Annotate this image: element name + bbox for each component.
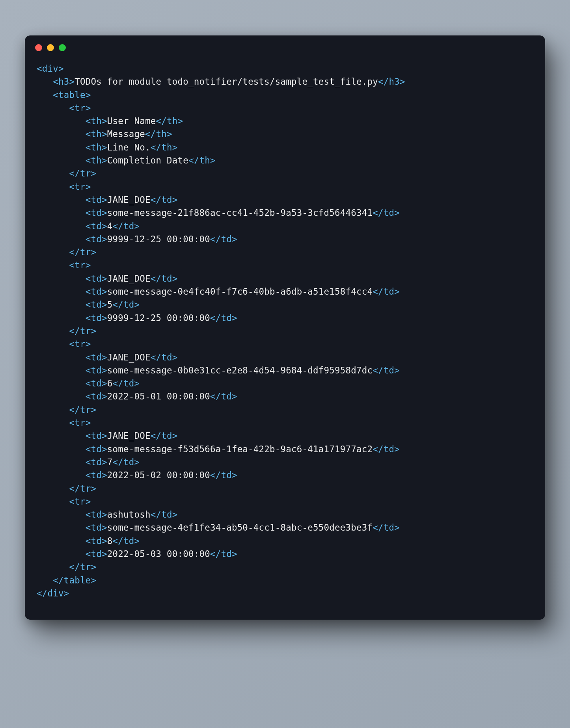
maximize-icon[interactable] xyxy=(59,44,66,51)
close-icon[interactable] xyxy=(35,44,42,51)
window-titlebar xyxy=(25,35,545,55)
minimize-icon[interactable] xyxy=(47,44,54,51)
code-content: <div> <h3>TODOs for module todo_notifier… xyxy=(25,55,545,620)
code-window: <div> <h3>TODOs for module todo_notifier… xyxy=(25,35,545,620)
